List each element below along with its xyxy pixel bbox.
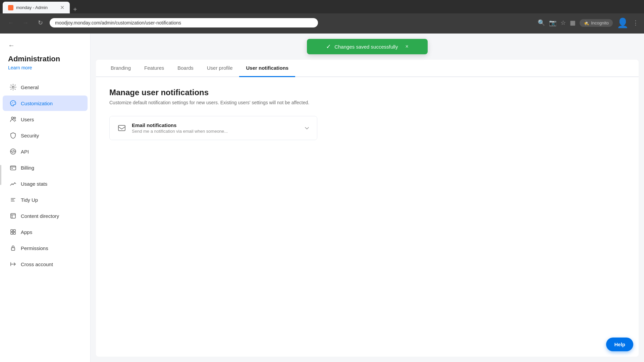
- stats-icon: [9, 180, 17, 187]
- page-subtitle: Customize default notification settings …: [109, 100, 625, 105]
- tab-boards[interactable]: Boards: [171, 60, 200, 77]
- svg-rect-12: [11, 232, 13, 234]
- sidebar-item-security-label: Security: [21, 133, 39, 138]
- svg-point-5: [14, 117, 16, 119]
- palette-icon: [9, 100, 17, 107]
- new-tab-button[interactable]: +: [70, 6, 80, 13]
- svg-rect-14: [11, 248, 15, 250]
- content-icon: [9, 212, 17, 220]
- page-title: Manage user notifications: [109, 88, 625, 97]
- sidebar-header: ← Administration Learn more: [0, 34, 90, 76]
- help-button[interactable]: Help: [606, 338, 633, 351]
- star-icon[interactable]: ☆: [560, 19, 566, 26]
- sidebar-item-content-directory[interactable]: Content directory: [3, 208, 88, 224]
- billing-icon: [9, 164, 17, 171]
- card-title: Email notifications: [132, 122, 299, 128]
- address-text: moodjoy.monday.com/admin/customization/u…: [55, 20, 181, 25]
- sidebar-item-cross-account-label: Cross account: [21, 261, 53, 267]
- sidebar-item-general-label: General: [21, 84, 39, 90]
- sidebar-item-billing-label: Billing: [21, 165, 34, 171]
- gear-icon: [9, 83, 17, 91]
- sidebar-item-permissions-label: Permissions: [21, 245, 48, 251]
- address-bar[interactable]: moodjoy.monday.com/admin/customization/u…: [50, 18, 318, 27]
- browser-chrome: monday - Admin ✕ + ← → ↻ moodjoy.monday.…: [0, 0, 644, 34]
- svg-rect-10: [11, 230, 13, 232]
- sidebar: ← Administration Learn more General Cust…: [0, 34, 91, 362]
- menu-icon[interactable]: ⋮: [633, 19, 639, 26]
- sidebar-item-usage-stats-label: Usage stats: [21, 181, 47, 187]
- split-screen-icon[interactable]: ▦: [570, 19, 576, 26]
- forward-button[interactable]: →: [20, 17, 31, 28]
- app-layout: ← Administration Learn more General Cust…: [0, 34, 644, 362]
- svg-rect-15: [118, 125, 125, 131]
- svg-rect-7: [10, 166, 16, 170]
- sidebar-item-users[interactable]: Users: [3, 112, 88, 127]
- sidebar-item-apps-label: Apps: [21, 229, 32, 235]
- svg-rect-11: [13, 230, 15, 232]
- notification-wrapper: ✓ Changes saved successfully ×: [91, 34, 644, 60]
- sidebar-item-cross-account[interactable]: Cross account: [3, 256, 88, 272]
- sidebar-nav: General Customization Users: [0, 76, 90, 362]
- sidebar-item-apps[interactable]: Apps: [3, 224, 88, 240]
- sidebar-item-general[interactable]: General: [3, 79, 88, 95]
- check-icon: ✓: [326, 43, 331, 50]
- sidebar-item-permissions[interactable]: Permissions: [3, 240, 88, 256]
- svg-point-2: [12, 102, 13, 103]
- sidebar-item-api[interactable]: API: [3, 144, 88, 159]
- back-button[interactable]: ←: [5, 17, 16, 28]
- active-tab[interactable]: monday - Admin ✕: [3, 2, 70, 13]
- profile-avatar[interactable]: 👤: [617, 17, 629, 28]
- email-notifications-card: Email notifications Send me a notificati…: [109, 116, 317, 140]
- notification-close-button[interactable]: ×: [405, 44, 408, 50]
- cross-account-icon: [9, 260, 17, 268]
- tab-close-button[interactable]: ✕: [60, 4, 64, 11]
- svg-rect-8: [11, 168, 13, 169]
- svg-point-1: [12, 104, 12, 104]
- sidebar-item-usage-stats[interactable]: Usage stats: [3, 176, 88, 191]
- notification-banner: ✓ Changes saved successfully ×: [307, 39, 428, 54]
- tabs-bar: Branding Features Boards User profile Us…: [96, 60, 639, 77]
- sidebar-item-customization-label: Customization: [21, 101, 53, 106]
- incognito-label: Incognito: [591, 20, 609, 25]
- page-body: Branding Features Boards User profile Us…: [96, 60, 639, 357]
- scroll-thumb[interactable]: [0, 165, 1, 185]
- sidebar-item-billing[interactable]: Billing: [3, 160, 88, 175]
- email-icon: [116, 123, 127, 133]
- incognito-icon: 🕵: [584, 20, 589, 25]
- svg-rect-9: [11, 214, 15, 218]
- tab-user-notifications[interactable]: User notifications: [239, 60, 295, 77]
- chevron-down-icon: [304, 125, 310, 131]
- reload-button[interactable]: ↻: [35, 17, 46, 28]
- incognito-badge: 🕵 Incognito: [580, 19, 613, 27]
- svg-point-3: [14, 103, 15, 103]
- tab-user-profile[interactable]: User profile: [200, 60, 239, 77]
- sidebar-title: Administration: [8, 55, 82, 63]
- sidebar-item-tidy-up[interactable]: Tidy Up: [3, 192, 88, 207]
- learn-more-link[interactable]: Learn more: [8, 65, 32, 70]
- sidebar-item-tidy-up-label: Tidy Up: [21, 197, 38, 203]
- sidebar-item-api-label: API: [21, 149, 29, 155]
- tab-label: monday - Admin: [16, 5, 48, 10]
- sidebar-item-customization[interactable]: Customization: [3, 96, 88, 111]
- back-arrow[interactable]: ←: [8, 42, 82, 49]
- apps-icon: [9, 228, 17, 236]
- svg-rect-13: [13, 232, 15, 234]
- card-text: Email notifications Send me a notificati…: [132, 122, 299, 134]
- lock-icon: [9, 244, 17, 252]
- nav-right: 🔍 📷 ☆ ▦ 🕵 Incognito 👤 ⋮: [538, 17, 639, 28]
- email-notifications-header[interactable]: Email notifications Send me a notificati…: [110, 116, 317, 140]
- sidebar-item-users-label: Users: [21, 117, 34, 122]
- svg-point-0: [12, 86, 14, 88]
- tab-features[interactable]: Features: [138, 60, 171, 77]
- users-icon: [9, 116, 17, 123]
- camera-icon[interactable]: 📷: [549, 19, 556, 26]
- search-icon[interactable]: 🔍: [538, 19, 545, 26]
- tab-favicon: [8, 5, 13, 10]
- sidebar-item-security[interactable]: Security: [3, 128, 88, 143]
- tab-branding[interactable]: Branding: [104, 60, 138, 77]
- api-icon: [9, 148, 17, 155]
- page-inner: Manage user notifications Customize defa…: [96, 77, 639, 357]
- svg-point-4: [11, 117, 13, 119]
- browser-nav: ← → ↻ moodjoy.monday.com/admin/customiza…: [0, 13, 644, 32]
- tidy-icon: [9, 196, 17, 203]
